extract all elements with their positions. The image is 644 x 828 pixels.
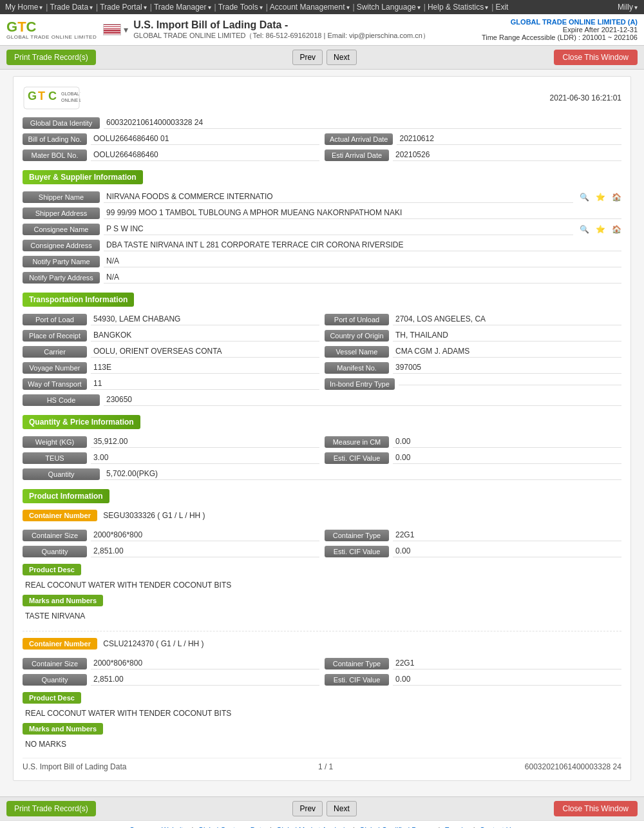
close-button-bottom[interactable]: Close This Window [554, 801, 638, 816]
weight-label: Weight (KG) [23, 436, 87, 448]
print-button-top[interactable]: Print Trade Record(s) [6, 50, 96, 65]
container-2-size-label: Container Size [23, 658, 87, 669]
nav-trade-data[interactable]: Trade Data ▾ [50, 3, 93, 12]
shipper-addr-row: Shipper Address 99 99/99 MOO 1 TAMBOL TU… [23, 207, 621, 219]
measure-cm-label: Measure in CM [325, 436, 389, 448]
port-of-unload-col: Port of Unload 2704, LOS ANGELES, CA [325, 313, 621, 325]
nav-switch-language[interactable]: Switch Language ▾ [357, 3, 421, 12]
teus-value: 3.00 [91, 452, 319, 464]
container-2-type-value: 22G1 [393, 657, 621, 669]
vessel-name-value: CMA CGM J. ADAMS [393, 345, 621, 358]
card-footer: U.S. Import Bill of Lading Data 1 / 1 60… [23, 758, 621, 771]
measure-cm-col: Measure in CM 0.00 [325, 436, 621, 448]
carrier-value: OOLU, ORIENT OVERSEAS CONTA [91, 345, 319, 358]
account-info: GLOBAL TRADE ONLINE LIMITED (A) Expire A… [482, 18, 638, 41]
voyage-manifest-row: Voyage Number 113E Manifest No. 397005 [23, 361, 621, 374]
shipper-addr-label: Shipper Address [23, 207, 100, 219]
actual-arrival-col: Actual Arrival Date 20210612 [325, 133, 621, 145]
card-date: 2021-06-30 16:21:01 [550, 93, 621, 102]
way-of-transport-label: Way of Transport [23, 378, 87, 390]
container-2-marks-label: Marks and Numbers [23, 723, 103, 735]
print-button-bottom[interactable]: Print Trade Record(s) [6, 801, 96, 816]
page-main-title: U.S. Import Bill of Lading Data - [133, 19, 482, 31]
container-1-cif-label: Esti. CIF Value [325, 546, 389, 557]
port-of-unload-label: Port of Unload [325, 314, 389, 325]
home-icon[interactable]: 🏠 [612, 193, 621, 202]
container-2-cif-value: 0.00 [393, 673, 621, 686]
top-toolbar: Print Trade Record(s) Prev Next Close Th… [0, 46, 644, 70]
prev-button-bottom[interactable]: Prev [292, 801, 323, 816]
container-2-product-desc-label: Product Desc [23, 692, 81, 704]
nav-trade-manager[interactable]: Trade Manager ▾ [154, 3, 211, 12]
svg-text:ONLINE LIMITED: ONLINE LIMITED [61, 98, 80, 102]
account-time-range: Time Range Accessible (LDR) : 201001 ~ 2… [482, 34, 638, 41]
nav-user[interactable]: Milly ▾ [618, 3, 638, 12]
inbond-entry-label: In-bond Entry Type [325, 378, 395, 390]
manifest-no-col: Manifest No. 397005 [325, 361, 621, 374]
nav-trade-tools[interactable]: Trade Tools ▾ [218, 3, 263, 12]
star-icon-2[interactable]: ⭐ [596, 225, 605, 234]
home-icon-2[interactable]: 🏠 [612, 225, 621, 234]
bol-no-label: Bill of Lading No. [23, 133, 87, 145]
nav-account-mgmt[interactable]: Account Management ▾ [270, 3, 350, 12]
receipt-origin-row: Place of Receipt BANGKOK Country of Orig… [23, 329, 621, 342]
inbond-entry-col: In-bond Entry Type [325, 378, 621, 390]
product-section-header: Product Information [23, 489, 109, 503]
port-of-load-col: Port of Load 54930, LAEM CHABANG [23, 313, 319, 325]
container-2-marks-value: NO MARKS [23, 737, 621, 751]
shipper-name-value: NIRVANA FOODS & COMMERCE INTERNATIO [104, 191, 573, 203]
container-1-cif-col: Esti. CIF Value 0.00 [325, 545, 621, 557]
search-icon[interactable]: 🔍 [580, 193, 589, 202]
next-button-bottom[interactable]: Next [327, 801, 357, 816]
shipper-name-row: Shipper Name NIRVANA FOODS & COMMERCE IN… [23, 191, 621, 203]
carrier-label: Carrier [23, 346, 87, 358]
prev-button-top[interactable]: Prev [292, 50, 323, 65]
container-1-type-col: Container Type 22G1 [325, 529, 621, 541]
buyer-section: Buyer & Supplier Information Shipper Nam… [23, 170, 621, 284]
container-1-qty-label: Quantity [23, 546, 87, 557]
container-2-type-col: Container Type 22G1 [325, 657, 621, 669]
port-of-load-value: 54930, LAEM CHABANG [91, 313, 319, 325]
nav-exit[interactable]: Exit [495, 3, 508, 12]
country-of-origin-value: TH, THAILAND [393, 329, 621, 342]
esti-arrival-col: Esti Arrival Date 20210526 [325, 149, 621, 161]
nav-trade-portal[interactable]: Trade Portal ▾ [100, 3, 147, 12]
container-2-qty-label: Quantity [23, 674, 87, 686]
next-button-top[interactable]: Next [327, 50, 357, 65]
voyage-number-value: 113E [91, 361, 319, 374]
quantity-label: Quantity [23, 468, 100, 480]
star-icon[interactable]: ⭐ [596, 193, 605, 202]
consignee-name-value: P S W INC [104, 223, 573, 235]
main-card: G T C GLOBAL TRADE ONLINE LIMITED 2021-0… [13, 76, 631, 781]
container-2-qty-value: 2,851.00 [91, 673, 319, 686]
place-of-receipt-label: Place of Receipt [23, 330, 87, 342]
esti-arrival-value: 20210526 [393, 149, 621, 161]
close-button-top[interactable]: Close This Window [554, 50, 638, 65]
esti-cif-qty-value: 0.00 [393, 452, 621, 464]
bol-no-value: OOLU2664686460 01 [91, 133, 319, 145]
container-1-marks-row: Marks and Numbers [23, 592, 621, 609]
container-1-qty-cif-row: Quantity 2,851.00 Esti. CIF Value 0.00 [23, 545, 621, 557]
header-bar: GTC GLOBAL TRADE ONLINE LIMITED ▾ U.S. I… [0, 14, 644, 46]
hs-code-value: 230650 [104, 394, 621, 406]
transport-section-header: Transportation Information [23, 293, 134, 307]
carrier-col: Carrier OOLU, ORIENT OVERSEAS CONTA [23, 345, 319, 358]
notify-addr-label: Notify Party Address [23, 272, 100, 284]
teus-col: TEUS 3.00 [23, 452, 319, 464]
container-1-product-desc-label: Product Desc [23, 564, 81, 575]
container-1-size-value: 2000*806*800 [91, 529, 319, 541]
nav-help-statistics[interactable]: Help & Statistics ▾ [428, 3, 488, 12]
container-1-size-label: Container Size [23, 530, 87, 541]
container-2-size-value: 2000*806*800 [91, 657, 319, 669]
container-2-qty-col: Quantity 2,851.00 [23, 673, 319, 686]
container-divider [23, 631, 621, 631]
country-of-origin-label: Country of Origin [325, 330, 389, 342]
search-icon-2[interactable]: 🔍 [580, 225, 589, 234]
consignee-name-row: Consignee Name P S W INC 🔍 ⭐ 🏠 [23, 223, 621, 235]
consignee-addr-label: Consignee Address [23, 240, 100, 251]
account-company: GLOBAL TRADE ONLINE LIMITED (A) [482, 18, 638, 26]
quantity-section-header: Quantity & Price Information [23, 415, 140, 429]
esti-arrival-label: Esti Arrival Date [325, 149, 389, 161]
nav-my-home[interactable]: My Home ▾ [5, 3, 43, 12]
port-of-load-label: Port of Load [23, 314, 87, 325]
